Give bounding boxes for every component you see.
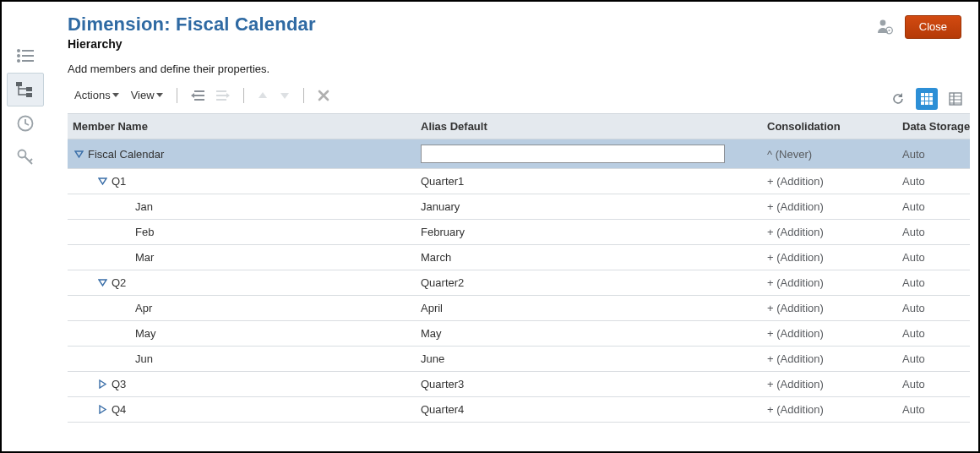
svg-point-1 xyxy=(17,54,20,57)
svg-rect-8 xyxy=(26,93,32,97)
right-toolbar xyxy=(887,88,966,110)
member-name-cell[interactable]: Feb xyxy=(68,221,414,243)
rail-btn-hierarchy[interactable] xyxy=(7,73,44,106)
table-row[interactable]: FebFebruary+ (Addition)Auto xyxy=(68,220,970,245)
member-name-label: Q4 xyxy=(112,403,126,416)
table-row[interactable]: Q3Quarter3+ (Addition)Auto xyxy=(68,372,970,397)
col-data-storage[interactable]: Data Storage xyxy=(896,114,970,139)
collapse-icon[interactable] xyxy=(96,176,108,188)
left-nav-rail xyxy=(7,39,44,174)
svg-point-2 xyxy=(17,59,20,63)
page-title: Dimension: Fiscal Calendar xyxy=(68,14,876,35)
key-icon xyxy=(16,148,35,166)
toolbar: Actions View xyxy=(68,84,970,110)
member-name-cell[interactable]: Q2 xyxy=(68,271,414,294)
member-name-cell[interactable]: Fiscal Calendar xyxy=(68,143,414,166)
member-name-label: Q3 xyxy=(112,378,126,390)
collapse-icon[interactable] xyxy=(96,277,108,289)
expand-icon[interactable] xyxy=(96,379,108,390)
clock-icon xyxy=(17,115,34,132)
col-member-name[interactable]: Member Name xyxy=(68,114,414,139)
svg-marker-39 xyxy=(75,151,83,157)
svg-rect-5 xyxy=(22,60,34,62)
alias-input[interactable] xyxy=(421,145,725,163)
table-row[interactable]: AprApril+ (Addition)Auto xyxy=(68,296,970,321)
view-label: View xyxy=(131,89,155,101)
member-name-label: Apr xyxy=(135,302,152,314)
member-name-cell[interactable]: Apr xyxy=(68,297,414,319)
table-row[interactable]: Q1Quarter1+ (Addition)Auto xyxy=(68,169,970,194)
data-storage-cell: Auto xyxy=(896,170,970,193)
svg-marker-17 xyxy=(191,93,194,98)
separator xyxy=(303,88,304,103)
member-name-cell[interactable]: May xyxy=(68,322,414,345)
detail-icon xyxy=(949,92,962,106)
data-storage-cell: Auto xyxy=(896,398,970,421)
svg-rect-18 xyxy=(216,90,226,92)
member-name-cell[interactable]: Jan xyxy=(68,195,414,218)
alias-label: Quarter3 xyxy=(421,378,464,390)
consolidation-cell: + (Addition) xyxy=(760,322,896,345)
member-name-cell[interactable]: Q3 xyxy=(68,373,414,396)
table-row[interactable]: Fiscal Calendar^ (Never)Auto xyxy=(68,139,970,169)
indent-icon[interactable] xyxy=(213,90,233,101)
alias-label: Quarter2 xyxy=(421,276,464,289)
member-name-label: Q2 xyxy=(112,276,126,289)
rail-btn-key[interactable] xyxy=(7,140,44,174)
alias-label: Quarter1 xyxy=(421,175,464,188)
detail-view-button[interactable] xyxy=(945,88,966,110)
actions-menu[interactable]: Actions xyxy=(71,87,122,103)
col-consolidation[interactable]: Consolidation xyxy=(760,114,896,139)
table-row[interactable]: MarMarch+ (Addition)Auto xyxy=(68,245,970,270)
help-text: Add members and define their properties. xyxy=(68,63,970,75)
expand-icon[interactable] xyxy=(96,404,108,416)
member-name-label: Feb xyxy=(135,226,154,238)
member-name-cell[interactable]: Q1 xyxy=(68,170,414,193)
svg-rect-25 xyxy=(921,93,924,96)
member-name-cell[interactable]: Jun xyxy=(68,347,414,370)
svg-rect-20 xyxy=(216,99,226,101)
col-alias-default[interactable]: Alias Default xyxy=(414,114,760,139)
svg-rect-31 xyxy=(921,101,924,105)
alias-cell: May xyxy=(414,322,760,345)
twist-spacer xyxy=(120,201,132,213)
alias-cell xyxy=(414,139,760,168)
hierarchy-icon xyxy=(16,82,35,97)
svg-point-11 xyxy=(879,19,885,25)
alias-cell: April xyxy=(414,297,760,319)
alias-cell: Quarter3 xyxy=(414,373,760,396)
consolidation-cell: + (Addition) xyxy=(760,195,896,218)
rail-btn-clock[interactable] xyxy=(7,106,44,140)
consolidation-cell: + (Addition) xyxy=(760,271,896,294)
table-row[interactable]: JanJanuary+ (Addition)Auto xyxy=(68,194,970,220)
outdent-icon[interactable] xyxy=(188,90,208,101)
delete-icon[interactable] xyxy=(314,90,333,101)
data-storage-cell: Auto xyxy=(896,297,970,319)
twist-spacer xyxy=(120,328,132,340)
table-row[interactable]: JunJune+ (Addition)Auto xyxy=(68,347,970,372)
view-menu[interactable]: View xyxy=(128,87,166,103)
twist-spacer xyxy=(120,303,132,314)
consolidation-cell: + (Addition) xyxy=(760,170,896,193)
move-down-icon[interactable] xyxy=(276,90,293,101)
refresh-button[interactable] xyxy=(887,88,909,110)
consolidation-cell: + (Addition) xyxy=(760,373,896,396)
svg-rect-28 xyxy=(921,97,924,101)
alias-label: January xyxy=(421,200,460,213)
user-settings-icon[interactable] xyxy=(876,18,893,37)
alias-cell: February xyxy=(414,221,760,243)
grid-view-button[interactable] xyxy=(916,88,938,110)
alias-cell: June xyxy=(414,347,760,370)
close-button[interactable]: Close xyxy=(905,15,961,39)
member-name-cell[interactable]: Mar xyxy=(68,246,414,269)
collapse-icon[interactable] xyxy=(73,148,84,160)
table-row[interactable]: MayMay+ (Addition)Auto xyxy=(68,321,970,347)
rail-btn-list[interactable] xyxy=(7,39,44,73)
svg-marker-43 xyxy=(100,406,106,413)
table-row[interactable]: Q2Quarter2+ (Addition)Auto xyxy=(68,270,970,296)
table-row[interactable]: Q4Quarter4+ (Addition)Auto xyxy=(68,397,970,423)
move-up-icon[interactable] xyxy=(254,90,271,101)
data-storage-cell: Auto xyxy=(896,246,970,269)
svg-marker-23 xyxy=(280,93,289,99)
member-name-cell[interactable]: Q4 xyxy=(68,398,414,421)
